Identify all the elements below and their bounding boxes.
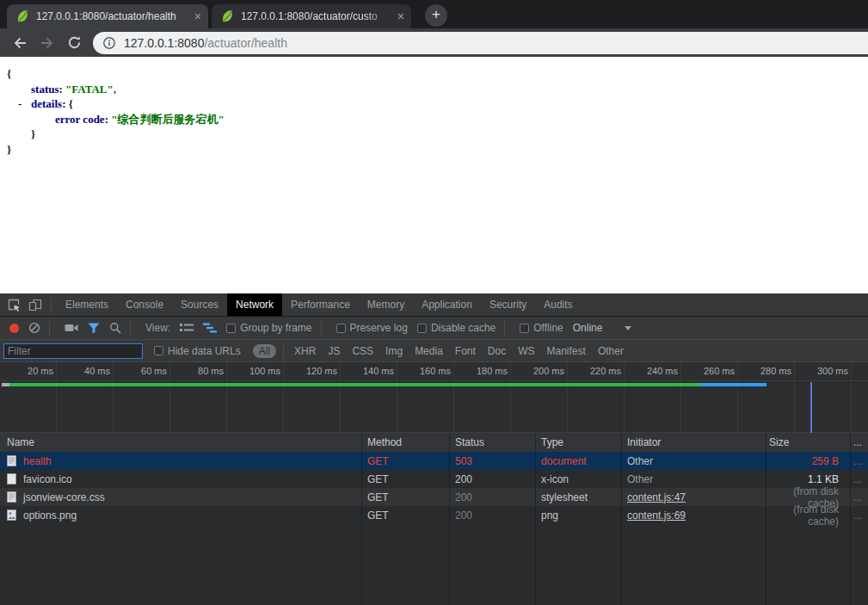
json-value-error-code: "综合判断后服务宕机" <box>111 113 224 126</box>
filter-type-doc[interactable]: Doc <box>488 345 506 357</box>
page-info-icon[interactable] <box>102 36 116 50</box>
checkbox-icon <box>154 346 163 355</box>
tab-memory[interactable]: Memory <box>359 293 413 316</box>
devtools-panel: Elements Console Sources Network Perform… <box>0 293 868 605</box>
collapse-toggle-icon[interactable]: - <box>18 96 22 112</box>
column-divider[interactable] <box>361 433 362 605</box>
filter-type-media[interactable]: Media <box>415 345 443 357</box>
column-divider[interactable] <box>449 433 450 605</box>
overview-queue-bar <box>2 383 9 386</box>
tab-performance[interactable]: Performance <box>282 293 359 316</box>
view-label: View: <box>145 322 170 334</box>
filter-type-manifest[interactable]: Manifest <box>547 345 586 357</box>
throttling-select[interactable]: Online <box>573 322 632 334</box>
tab-audits[interactable]: Audits <box>535 293 581 316</box>
browser-tab-health[interactable]: 127.0.0.1:8080/actuator/health × <box>7 4 208 28</box>
file-icon <box>7 473 16 485</box>
filter-type-js[interactable]: JS <box>328 345 340 357</box>
ruler-tick: 60 ms <box>114 366 167 376</box>
ruler-tick: 260 ms <box>681 366 735 376</box>
request-initiator: Other <box>621 455 766 467</box>
devtools-tabbar: Elements Console Sources Network Perform… <box>0 293 868 317</box>
record-button[interactable] <box>9 324 19 333</box>
column-divider[interactable] <box>850 433 851 605</box>
tab-sources[interactable]: Sources <box>172 293 227 316</box>
request-method: GET <box>361 455 449 467</box>
disable-cache-checkbox[interactable]: Disable cache <box>417 322 496 334</box>
column-divider[interactable] <box>621 433 622 605</box>
inspect-element-button[interactable] <box>8 299 21 312</box>
tab-network[interactable]: Network <box>227 293 282 316</box>
search-icon <box>109 322 121 334</box>
tab-console[interactable]: Console <box>117 293 172 316</box>
initiator-link[interactable]: content.js:47 <box>627 491 686 503</box>
network-toolbar: View: Group by frame Preserve log Disabl… <box>0 317 868 340</box>
search-button[interactable] <box>109 322 121 334</box>
group-by-frame-checkbox[interactable]: Group by frame <box>226 322 311 334</box>
back-button[interactable] <box>12 35 28 51</box>
column-divider[interactable] <box>535 433 536 605</box>
funnel-icon <box>88 323 100 334</box>
filter-type-ws[interactable]: WS <box>518 345 534 357</box>
request-type: x-icon <box>535 473 621 485</box>
column-divider[interactable] <box>766 433 766 605</box>
column-header-size[interactable]: Size <box>766 436 850 448</box>
request-row-favicon[interactable]: favicon.ico GET 200 x-icon Other 1.1 KB … <box>0 470 868 488</box>
group-by-frame-label: Group by frame <box>240 322 311 334</box>
network-overview[interactable] <box>0 382 868 433</box>
tab-elements[interactable]: Elements <box>57 293 117 316</box>
forward-arrow-icon <box>40 35 55 51</box>
json-key-error-code: error code <box>55 113 105 126</box>
tab-security[interactable]: Security <box>481 293 535 316</box>
new-tab-button[interactable]: + <box>425 4 447 27</box>
tab-title: 127.0.0.1:8080/actuator/custo <box>241 10 392 22</box>
separator <box>51 298 52 312</box>
initiator-link[interactable]: content.js:69 <box>627 509 686 522</box>
device-toolbar-button[interactable] <box>28 299 42 312</box>
request-size: 1.1 KB <box>766 473 850 485</box>
column-header-status[interactable]: Status <box>449 436 535 448</box>
close-tab-icon[interactable]: × <box>194 10 201 22</box>
ruler-tick: 40 ms <box>57 366 110 376</box>
request-rows-view-button[interactable] <box>180 323 194 333</box>
request-time: ... <box>850 455 868 467</box>
column-header-type[interactable]: Type <box>535 436 621 448</box>
request-name: health <box>23 455 52 467</box>
overview-view-button[interactable] <box>203 323 217 333</box>
browser-tab-custom[interactable]: 127.0.0.1:8080/actuator/custo × <box>212 4 411 28</box>
reload-button[interactable] <box>67 35 82 50</box>
filter-type-css[interactable]: CSS <box>352 345 373 357</box>
capture-screenshots-button[interactable] <box>65 323 78 333</box>
hide-data-urls-checkbox[interactable]: Hide data URLs <box>154 345 241 357</box>
filter-type-all[interactable]: All <box>253 344 276 358</box>
document-icon <box>7 491 16 503</box>
column-header-more[interactable]: ... <box>850 436 868 448</box>
json-details-open-brace: { <box>69 97 73 110</box>
overview-green-bar <box>9 383 701 386</box>
filter-input[interactable] <box>3 343 143 359</box>
forward-button[interactable] <box>40 35 55 51</box>
close-tab-icon[interactable]: × <box>397 10 404 22</box>
filter-type-font[interactable]: Font <box>455 345 476 357</box>
filter-type-xhr[interactable]: XHR <box>294 345 316 357</box>
json-value-status: "FATAL", <box>65 83 116 96</box>
checkbox-icon <box>417 324 427 333</box>
json-colon: : <box>62 97 69 110</box>
filter-toggle-button[interactable] <box>88 323 100 334</box>
request-row-health[interactable]: health GET 503 document Other 259 B ... <box>0 452 868 470</box>
filter-type-img[interactable]: Img <box>385 345 403 357</box>
column-header-method[interactable]: Method <box>361 436 449 448</box>
tab-application[interactable]: Application <box>413 293 481 316</box>
inspect-cursor-icon <box>8 299 21 312</box>
request-row-options-png[interactable]: options.png GET 200 png content.js:69 (f… <box>0 506 868 524</box>
filter-type-other[interactable]: Other <box>598 345 624 357</box>
clear-button[interactable] <box>28 322 40 334</box>
preserve-log-checkbox[interactable]: Preserve log <box>336 322 408 334</box>
browser-window: 127.0.0.1:8080/actuator/health × 127.0.0… <box>0 0 868 605</box>
request-row-jsonview-css[interactable]: jsonview-core.css GET 200 stylesheet con… <box>0 488 868 506</box>
offline-checkbox[interactable]: Offline <box>520 322 563 334</box>
address-bar[interactable]: 127.0.0.1:8080/actuator/health <box>93 32 868 54</box>
column-header-initiator[interactable]: Initiator <box>621 436 766 448</box>
column-header-name[interactable]: Name <box>0 436 361 448</box>
request-name: options.png <box>23 509 77 522</box>
